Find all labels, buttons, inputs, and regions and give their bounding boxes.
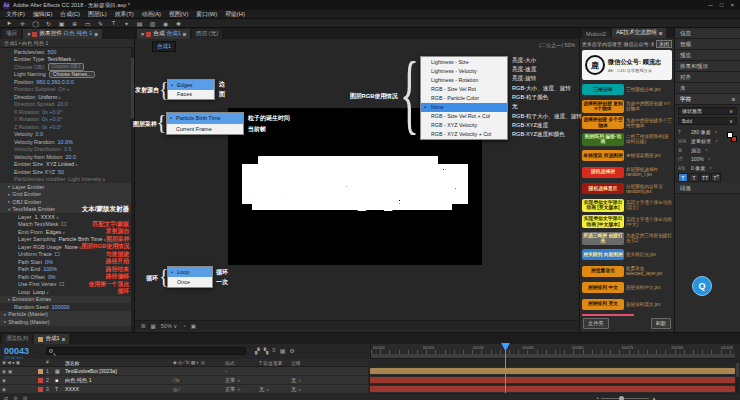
effect-property-value[interactable]: 960.0,360.0,0.0 [36,79,73,85]
effect-property-value[interactable]: 100% [43,266,57,272]
character-control-row[interactable]: A⇅ 0 像素 ∨ [675,163,740,172]
timeline-footer-icon[interactable]: ▥ [23,395,28,400]
script-run-button[interactable]: 实现类似文字弹出动画 [英文版本] [582,199,624,212]
comp-navigator[interactable]: 合成1 [152,41,176,52]
faux-style-button[interactable]: Tᵀ [711,173,721,182]
effect-row[interactable]: Emission Extras [0,296,131,304]
menu-option[interactable]: RGB - Particle Color [421,93,507,102]
effect-row[interactable]: X Rotation 0x +0.0° [0,108,131,116]
effect-row[interactable]: Direction Uniform [0,93,131,101]
effect-property-value[interactable]: 500 [48,49,57,55]
menu-option[interactable]: Lightness - Rotation [421,75,507,84]
effect-property-value[interactable]: 50 [58,169,64,175]
layer-duration-bar[interactable] [370,368,735,374]
script-run-button[interactable]: 层层排列 英文 [582,299,624,310]
effect-row[interactable]: Position 960.0,360.0,0.0 [0,78,131,86]
faux-style-button[interactable]: TT [700,173,710,182]
script-run-button[interactable]: 三维分布 [582,84,624,95]
eye-icon[interactable]: ◉ [2,387,6,392]
menu-option[interactable]: RGB - Size Vel Rot + Col [421,112,507,121]
layer-row[interactable]: ◉ ▣ 1 ▦ TextEvolveBot [3023a] - [0,367,368,376]
effect-property-value[interactable]: ☐ [59,281,64,287]
zoom-out-icon[interactable]: ▲ [596,396,599,400]
viewer-toolbar-icon[interactable]: ⊞ [141,323,146,329]
time-ruler[interactable]: 0000000015000300004500060000750009000105 [370,344,735,359]
effect-property-value[interactable]: None [65,244,82,250]
dropdown-option[interactable]: Particle Birth Time [167,113,243,124]
menu-option[interactable]: RGB - Size Vel Rot [421,84,507,93]
dock-panel-header[interactable]: 预览 [675,50,740,61]
effect-property-value[interactable]: Light Intensity [68,176,105,182]
timeline-toolbar-icon[interactable]: ▚ [264,347,269,354]
character-control-row[interactable]: ≣ 描边 ∨ [675,145,740,154]
timeline-tab[interactable]: 合成1 ≡ [34,334,69,344]
effect-property-value[interactable]: Edges [46,229,65,235]
effect-property-value[interactable]: ☐ [55,251,60,257]
script-run-button[interactable]: 图层阵列 偏移·动画 [582,133,624,146]
effect-row[interactable]: Emitter Type Text/Mask [0,56,131,64]
timeline-zoom-slider[interactable]: ▲ ▲ [596,395,656,400]
tool-icon[interactable]: ▣ [57,20,66,27]
effect-row[interactable]: Particles/sec modifier Light Intensity [0,176,131,184]
effect-property-value[interactable]: ☐ [61,221,66,227]
wechat-card[interactable]: 鹿 微信公众号: 顾流志 AE · C4D 自学教程分享 [582,50,672,80]
effect-property-value[interactable]: Uniform [38,94,61,100]
character-control-row[interactable]: IT 100% ∨ [675,154,740,163]
layer-duration-bar[interactable] [370,377,735,383]
effect-property-value[interactable]: 0x +0.0° [42,116,62,122]
menu-item[interactable]: 编辑(E) [33,10,52,19]
maximize-button[interactable]: □ [720,2,724,8]
character-control-value[interactable]: 0 像素 [691,165,705,171]
tool-icon[interactable]: T [109,20,118,26]
panel-menu-icon[interactable]: ≡ [659,30,662,36]
parent-header[interactable]: 父级 [291,360,351,366]
qq-badge-icon[interactable]: Q [692,276,712,296]
lock-icon[interactable]: ▣ [8,369,12,374]
script-run-button[interactable]: 所选三维层 创建灯光 [582,232,624,245]
effect-row[interactable]: Velocity from Motion 20.0 [0,153,131,161]
timeline-toolbar-icon[interactable]: ≡ [272,347,276,354]
layer-row[interactable]: ◉ 2 ■ 白色 纯色 1 ∕ fx 正常∨ 无∨ [0,376,368,385]
timeline-toolbar-icon[interactable]: ▦ [280,347,286,354]
panel-menu-icon[interactable]: ≡ [732,94,735,105]
menu-item[interactable]: 帮助(H) [225,10,245,19]
effect-property-value[interactable]: 10.0% [57,139,72,145]
font-style-select[interactable]: Bold∨ [678,117,737,125]
dropdown-option[interactable]: Edges [168,80,214,90]
resolution-indicator[interactable]: (二分之一) 50% [539,42,575,49]
layer-name[interactable]: TextEvolveBot [3023a] [65,368,173,374]
layer-color-chip[interactable] [38,378,43,383]
effect-row[interactable]: Velocity 0.0 [0,131,131,139]
effect-row[interactable]: Particle (Master) [0,311,131,319]
timeline-footer-icon[interactable]: ⚙ [13,395,17,400]
effect-row[interactable]: Layer Emitter [0,183,131,191]
faux-style-button[interactable]: T [689,173,699,182]
menu-option[interactable]: None [421,103,507,112]
tool-icon[interactable]: ✛ [18,20,27,27]
character-control-value[interactable]: 280 像素 [691,129,711,135]
effect-property-value[interactable]: 20.0 [57,101,68,107]
viewer-toolbar-icon[interactable]: ◔ [182,323,185,329]
zoom-slider-handle[interactable] [619,396,624,400]
panel-menu-icon[interactable]: ≡ [183,31,186,37]
script-run-button[interactable]: 层批量改名 [582,266,624,277]
notice-close-button[interactable]: 关闭 [656,40,672,48]
menu-item[interactable]: 视图(V) [169,10,188,19]
tab-composition[interactable]: × 合成 合成1 ≡ [137,29,190,39]
script-run-button[interactable]: 单独渲染 所选图层 [582,150,624,161]
eye-icon[interactable]: ◉ [2,378,6,383]
effect-property-value[interactable]: 100000 [51,304,69,310]
effect-row[interactable]: Loop Loop 循环 [0,288,131,296]
menu-option[interactable]: RGB - XYZ Velocity [421,121,507,130]
menu-item[interactable]: 窗口(W) [196,10,217,19]
dock-panel-header[interactable]: 对齐 [675,72,740,83]
tool-icon[interactable]: ► [5,20,14,26]
menu-item[interactable]: 图层(L) [88,10,107,19]
viewer-toolbar-icon[interactable]: ▦ [151,323,156,329]
effect-row[interactable]: Direction Spread 20.0 [0,101,131,109]
effect-property-value[interactable]: Choose Names... [49,71,96,79]
tool-icon[interactable]: ▥ [148,20,157,27]
dropdown-option[interactable]: Loop [168,267,212,277]
layer-row[interactable]: ◉ 3 T XXXX ◎ ∕ 正常∨ 无∨ 无∨ [0,385,368,394]
effect-property-value[interactable]: XYZ Linked [46,161,78,167]
